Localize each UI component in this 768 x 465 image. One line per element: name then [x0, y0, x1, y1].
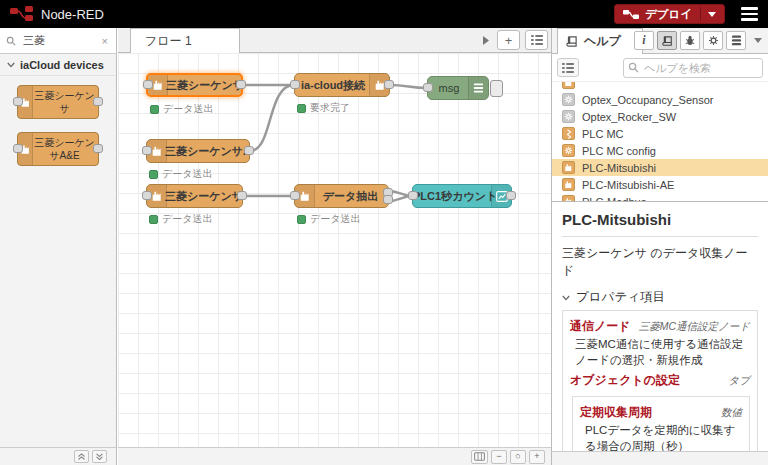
help-node-list: Optex_Occupancy_Sensor Optex_Rocker_SW P…: [552, 82, 768, 202]
deploy-button[interactable]: デプロイ: [614, 4, 725, 24]
input-port[interactable]: [290, 80, 300, 89]
status-dot-icon: [297, 104, 306, 113]
chevron-down-icon: [7, 62, 15, 68]
factory-icon: [562, 195, 575, 202]
flow-node-mitsubishi-1[interactable]: 三菱シーケンサ データ送出: [146, 73, 243, 97]
list-icon: [562, 63, 574, 73]
expand-all-button[interactable]: [92, 450, 107, 463]
gear-icon: [708, 35, 719, 46]
add-flow-button[interactable]: +: [497, 30, 520, 50]
info-tab-button[interactable]: i: [634, 31, 654, 50]
map-icon: [474, 452, 485, 461]
palette-node-mitsubishi[interactable]: 三菱シーケンサ: [17, 85, 99, 119]
caret-down-icon: [754, 38, 762, 43]
factory-icon: [562, 82, 575, 89]
wire[interactable]: [250, 85, 294, 151]
zoom-out-button[interactable]: −: [491, 450, 507, 464]
flow-node-debug-msg[interactable]: msg: [427, 76, 489, 100]
toc-toggle-button[interactable]: [557, 58, 579, 77]
help-tab-button[interactable]: [657, 31, 677, 50]
flow-node-mitsubishi-2[interactable]: 三菱シーケンサ データ送出: [146, 184, 243, 208]
navigator-toggle-button[interactable]: [471, 450, 488, 464]
serial-zigzag-icon: [562, 127, 575, 140]
collapse-all-button[interactable]: [74, 450, 89, 463]
tab-scroll-right-button[interactable]: [480, 30, 492, 50]
workspace[interactable]: 三菱シーケンサ データ送出 ia-cloud接続 要求完了: [118, 53, 551, 447]
help-list-item[interactable]: PLC-Modbus: [552, 193, 768, 202]
factory-icon: [562, 161, 575, 174]
output-port-2[interactable]: [383, 195, 393, 204]
sidebar-menu-caret[interactable]: [749, 38, 764, 43]
book-icon: [662, 36, 673, 46]
sidebar-footer: [552, 451, 768, 465]
flow-node-ia-cloud-connect[interactable]: ia-cloud接続 要求完了: [294, 73, 390, 97]
input-port[interactable]: [142, 191, 152, 200]
palette-search: ×: [0, 28, 116, 54]
help-list-item[interactable]: PLC-Mitsubishi-AE: [552, 176, 768, 193]
help-list-label: PLC MC: [582, 128, 624, 140]
deploy-options-caret[interactable]: [700, 7, 716, 21]
flow-node-chart-plc-count[interactable]: PLC1秒カウント: [412, 184, 512, 208]
debug-list-icon: [468, 77, 488, 99]
help-title: PLC-Mitsubishi: [562, 202, 758, 237]
database-icon: [731, 35, 742, 46]
output-port[interactable]: [236, 80, 246, 89]
help-search: [623, 58, 763, 78]
node-status: データ送出: [297, 212, 360, 226]
input-port[interactable]: [408, 191, 418, 200]
tab-controls: +: [480, 30, 548, 50]
output-port[interactable]: [506, 191, 516, 200]
property-row: 定期収集周期 数値: [580, 404, 742, 421]
output-port[interactable]: [237, 191, 247, 200]
flow-node-data-extract[interactable]: データ抽出 データ送出: [294, 184, 389, 208]
context-tab-button[interactable]: [726, 31, 746, 50]
zoom-in-button[interactable]: +: [529, 450, 545, 464]
help-search-input[interactable]: [623, 58, 763, 78]
palette-node-mitsubishi-ae[interactable]: 三菱シーケンサA&E: [17, 132, 99, 166]
output-port[interactable]: [384, 80, 394, 89]
help-list-item[interactable]: Optex_Rocker_SW: [552, 108, 768, 125]
help-list-label: PLC-Mitsubishi-AE: [582, 179, 674, 191]
help-list-item[interactable]: PLC MC: [552, 125, 768, 142]
debug-tab-button[interactable]: [680, 31, 700, 50]
sub-property-list: 定期収集周期 数値 PLCデータを定期的に収集する場合の周期（秒） 非同期収集 …: [572, 396, 750, 451]
info-icon: i: [642, 33, 645, 48]
clear-search-button[interactable]: ×: [100, 35, 110, 47]
output-port: [93, 144, 103, 153]
palette-category-header[interactable]: iaCloud devices: [0, 54, 116, 76]
gear-icon: [562, 93, 575, 106]
status-dot-icon: [149, 215, 158, 224]
debug-toggle-button[interactable]: [490, 80, 503, 97]
input-port[interactable]: [423, 83, 433, 92]
node-status: 要求完了: [297, 101, 350, 115]
circle-icon: ○: [515, 452, 520, 461]
sidebar-header: ヘルプ i: [552, 28, 768, 54]
main-menu-button[interactable]: [739, 5, 760, 23]
output-port[interactable]: [244, 146, 254, 155]
help-list-item[interactable]: PLC MC config: [552, 142, 768, 159]
property-row: オブジェクトの設定 タブ: [570, 372, 750, 389]
book-icon: [566, 36, 578, 47]
config-tab-button[interactable]: [703, 31, 723, 50]
input-port[interactable]: [142, 146, 152, 155]
input-port[interactable]: [143, 80, 153, 89]
property-desc: 三菱MC通信に使用する通信設定ノードの選択・新規作成: [575, 337, 750, 368]
tab-help[interactable]: ヘルプ: [557, 28, 643, 54]
factory-icon: [562, 178, 575, 191]
tab-flow-1[interactable]: フロー 1: [130, 28, 240, 53]
palette-footer: [0, 447, 116, 465]
property-type: 三菱MC通信設定ノード: [639, 320, 750, 334]
gear-icon: [562, 110, 575, 123]
help-list-item-selected[interactable]: PLC-Mitsubishi: [552, 159, 768, 176]
palette-search-input[interactable]: [21, 34, 100, 48]
status-dot-icon: [150, 105, 159, 114]
properties-section-toggle[interactable]: プロパティ項目: [562, 289, 758, 306]
help-list-item[interactable]: Optex_Occupancy_Sensor: [552, 91, 768, 108]
play-icon: [483, 36, 489, 45]
zoom-reset-button[interactable]: ○: [510, 450, 526, 464]
input-port[interactable]: [290, 191, 300, 200]
flow-node-mitsubishi-ae[interactable]: 三菱シーケンサA&E データ送出: [146, 139, 250, 163]
help-list-item[interactable]: [552, 82, 768, 91]
flow-list-button[interactable]: [525, 30, 548, 50]
wire[interactable]: [390, 85, 427, 88]
